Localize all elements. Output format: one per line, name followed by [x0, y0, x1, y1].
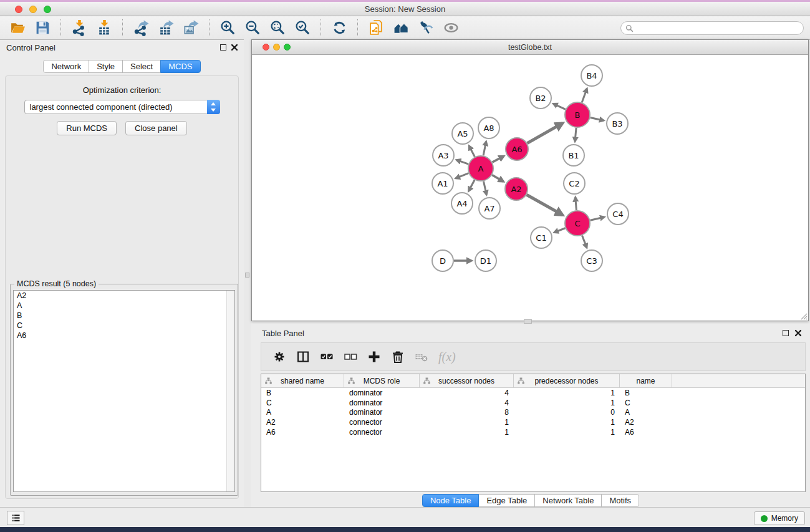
tab-mcds[interactable]: MCDS	[160, 60, 200, 73]
edge-A-A1[interactable]	[456, 173, 469, 178]
mcds-result-item[interactable]: B	[14, 311, 234, 321]
close-panel-icon[interactable]	[231, 44, 238, 51]
node-label: C3	[586, 256, 597, 266]
zoom-selected-button[interactable]	[291, 18, 314, 38]
node-label: A7	[484, 204, 494, 213]
tab-edge-table[interactable]: Edge Table	[478, 494, 535, 507]
table-row[interactable]: Cdominator41C	[261, 398, 805, 408]
node-label: A8	[483, 123, 494, 133]
tree-icon	[423, 377, 430, 384]
memory-button[interactable]: Memory	[754, 511, 805, 525]
search-input[interactable]	[634, 22, 803, 34]
tab-node-table[interactable]: Node Table	[422, 494, 480, 507]
network-canvas[interactable]: AA1A2A3A4A5A6A7A8BB1B2B3B4CC1C2C3C4DD1	[252, 56, 808, 321]
network-window-title: testGlobe.txt	[252, 40, 808, 55]
column-header-successor-nodes[interactable]: successor nodes	[420, 374, 514, 387]
close-panel-button[interactable]: Close panel	[125, 121, 187, 135]
float-panel-icon[interactable]	[220, 44, 226, 51]
table-row[interactable]: Bdominator41B	[261, 388, 805, 398]
node-label: B	[575, 110, 581, 120]
network-overview-button[interactable]	[389, 18, 413, 38]
delete-columns-button[interactable]	[388, 347, 407, 366]
table-panel-title: Table Panel	[262, 329, 304, 338]
edge-B-B3[interactable]	[591, 117, 604, 120]
table-row[interactable]: Adominator80A	[261, 408, 805, 418]
search-icon	[625, 24, 634, 32]
table-row[interactable]: A2connector11A2	[261, 417, 805, 427]
panel-divider[interactable]	[244, 39, 251, 507]
edge-B-B1[interactable]	[575, 128, 576, 142]
edge-B-B2[interactable]	[553, 104, 565, 109]
column-header-shared-name[interactable]: shared name	[261, 374, 344, 387]
tab-style[interactable]: Style	[89, 60, 123, 73]
zoom-out-button[interactable]	[241, 18, 264, 38]
mcds-result-item[interactable]: A6	[14, 331, 234, 341]
float-panel-icon[interactable]	[783, 330, 789, 336]
delete-table-button[interactable]	[412, 347, 431, 366]
resize-grip-icon[interactable]	[799, 312, 808, 320]
create-column-button[interactable]	[365, 347, 383, 366]
hide-panels-button[interactable]	[414, 18, 438, 38]
mcds-result-item[interactable]: A	[14, 301, 234, 311]
tab-select[interactable]: Select	[122, 60, 161, 73]
edge-B-B4[interactable]	[582, 89, 587, 102]
edge-C-C3[interactable]	[582, 236, 587, 248]
save-session-button[interactable]	[31, 18, 54, 38]
edge-A6-B[interactable]	[528, 123, 562, 143]
edge-A2-C[interactable]	[527, 195, 562, 215]
import-network-button[interactable]	[67, 18, 91, 38]
edge-A-A5[interactable]	[469, 146, 475, 157]
divider-grip[interactable]	[524, 319, 532, 324]
task-history-button[interactable]	[7, 511, 24, 525]
column-header-name[interactable]: name	[620, 374, 672, 387]
export-image-button[interactable]	[179, 18, 203, 38]
open-session-button[interactable]	[6, 18, 29, 38]
edge-C-C2[interactable]	[576, 197, 577, 210]
column-header-predecessor-nodes[interactable]: predecessor nodes	[514, 374, 620, 387]
plus-icon	[367, 350, 381, 364]
import-table-button[interactable]	[92, 18, 116, 38]
edge-C-C4[interactable]	[590, 217, 604, 220]
export-table-button[interactable]	[154, 18, 178, 38]
zoom-fit-button[interactable]	[266, 18, 289, 38]
table-row[interactable]: A6connector11A6	[261, 427, 805, 437]
mcds-result-item[interactable]: C	[14, 321, 234, 331]
column-header-MCDS-role[interactable]: MCDS role	[344, 374, 420, 387]
run-mcds-button[interactable]: Run MCDS	[57, 121, 117, 135]
close-panel-icon[interactable]	[794, 329, 802, 337]
mcds-result-item[interactable]: A2	[14, 291, 234, 301]
scrollbar-track[interactable]	[226, 291, 234, 491]
export-network-button[interactable]	[129, 18, 153, 38]
toolbar-separator	[60, 19, 61, 36]
new-network-button[interactable]	[364, 18, 388, 38]
tab-motifs[interactable]: Motifs	[601, 494, 639, 507]
function-builder-button[interactable]: f(x)	[438, 350, 456, 364]
node-label: B2	[535, 94, 546, 103]
edge-A-A3[interactable]	[456, 160, 468, 164]
select-all-columns-button[interactable]	[317, 347, 336, 366]
node-label: A1	[437, 179, 448, 188]
edge-C-C1[interactable]	[554, 228, 566, 233]
tab-network-table[interactable]: Network Table	[534, 494, 602, 507]
tab-network[interactable]: Network	[43, 60, 89, 73]
table-cell: dominator	[344, 408, 420, 417]
zoom-in-button[interactable]	[216, 18, 239, 38]
show-hidden-button[interactable]	[439, 18, 463, 38]
column-header-filler	[672, 374, 805, 387]
edge-A-A7[interactable]	[483, 181, 486, 195]
zoom-out-icon	[244, 19, 261, 36]
edge-A-A8[interactable]	[483, 142, 486, 155]
edge-A-A4[interactable]	[469, 180, 475, 191]
table-cell: 1	[514, 428, 620, 437]
divider-grip[interactable]	[245, 273, 249, 278]
edge-A-A2[interactable]	[492, 175, 503, 181]
table-cell: 4	[420, 399, 514, 407]
unselect-all-columns-button[interactable]	[341, 347, 360, 366]
criterion-select[interactable]: largest connected component (directed)	[24, 100, 220, 114]
show-columns-button[interactable]	[294, 347, 312, 366]
table-options-button[interactable]	[270, 347, 289, 366]
mcds-result-title: MCDS result (5 nodes)	[14, 279, 99, 288]
apply-layout-button[interactable]	[327, 18, 351, 38]
table-cell: dominator	[344, 389, 420, 397]
edge-A-A6[interactable]	[493, 156, 504, 162]
